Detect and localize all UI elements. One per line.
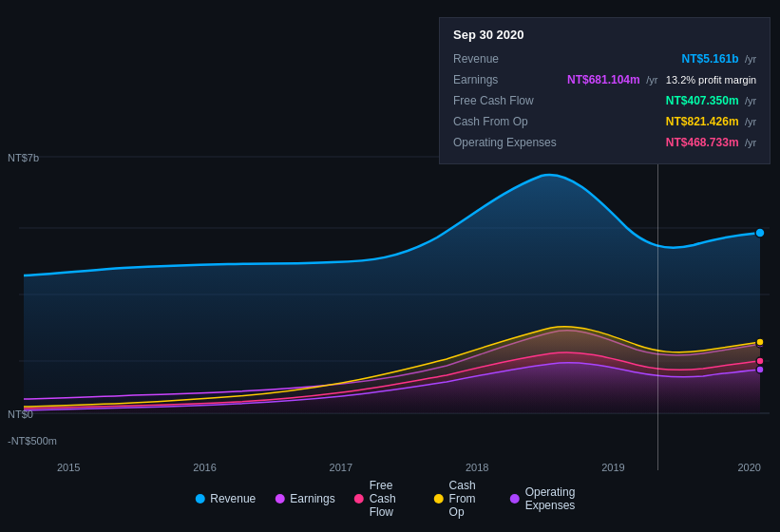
svg-point-9 <box>756 357 764 365</box>
y-label-zero: NT$0 <box>8 408 33 420</box>
legend-label-earnings: Earnings <box>290 492 334 505</box>
tooltip-row-earnings: Earnings NT$681.104m /yr 13.2% profit ma… <box>453 70 756 87</box>
legend-item-earnings[interactable]: Earnings <box>275 492 334 505</box>
legend-dot-revenue <box>195 494 204 504</box>
tooltip-value-earnings: NT$681.104m <box>567 73 640 86</box>
x-label-2016: 2016 <box>193 462 216 473</box>
x-label-2018: 2018 <box>466 462 488 473</box>
x-label-2017: 2017 <box>330 462 352 473</box>
tooltip-row-revenue: Revenue NT$5.161b /yr <box>453 49 756 66</box>
chart-container: NT$7b NT$0 -NT$500m 2015 2016 2017 2018 … <box>0 0 780 532</box>
legend-dot-opex <box>510 494 520 504</box>
y-label-neg: -NT$500m <box>8 435 57 446</box>
tooltip-label-cashop: Cash From Op <box>453 115 567 128</box>
legend-label-cashop: Cash From Op <box>449 479 491 519</box>
tooltip-row-cashop: Cash From Op NT$821.426m /yr <box>453 112 756 129</box>
x-axis: 2015 2016 2017 2018 2019 2020 <box>57 462 761 473</box>
tooltip-row-fcf: Free Cash Flow NT$407.350m /yr <box>453 91 756 108</box>
hover-line <box>657 152 658 470</box>
tooltip-profit-margin: 13.2% profit margin <box>666 74 756 86</box>
tooltip-title: Sep 30 2020 <box>453 28 756 42</box>
tooltip: Sep 30 2020 Revenue NT$5.161b /yr Earnin… <box>439 17 770 164</box>
legend-item-revenue[interactable]: Revenue <box>195 492 256 505</box>
legend-item-opex[interactable]: Operating Expenses <box>510 485 585 512</box>
legend-item-cashop[interactable]: Cash From Op <box>434 479 491 519</box>
tooltip-row-opex: Operating Expenses NT$468.733m /yr <box>453 133 756 150</box>
tooltip-unit-opex: /yr <box>745 137 756 148</box>
tooltip-label-fcf: Free Cash Flow <box>453 94 567 107</box>
svg-point-8 <box>756 338 764 346</box>
svg-point-10 <box>756 366 764 373</box>
y-label-top: NT$7b <box>8 152 39 163</box>
tooltip-unit-fcf: /yr <box>745 95 756 106</box>
tooltip-unit-cashop: /yr <box>745 116 756 127</box>
legend-dot-cashop <box>434 494 444 504</box>
tooltip-unit-revenue: /yr <box>745 53 756 65</box>
chart-legend: Revenue Earnings Free Cash Flow Cash Fro… <box>195 479 585 519</box>
tooltip-value-fcf: NT$407.350m <box>666 94 739 107</box>
x-label-2015: 2015 <box>57 462 80 473</box>
legend-label-fcf: Free Cash Flow <box>370 479 415 519</box>
tooltip-value-opex: NT$468.733m <box>666 136 739 149</box>
x-label-2019: 2019 <box>601 462 624 473</box>
x-label-2020: 2020 <box>737 462 760 473</box>
legend-dot-earnings <box>275 494 284 504</box>
legend-item-fcf[interactable]: Free Cash Flow <box>354 479 415 519</box>
tooltip-unit-earnings: /yr <box>646 74 657 86</box>
legend-dot-fcf <box>354 494 364 504</box>
tooltip-label-opex: Operating Expenses <box>453 136 567 149</box>
tooltip-value-revenue: NT$5.161b <box>682 52 739 66</box>
legend-label-revenue: Revenue <box>210 492 256 505</box>
legend-label-opex: Operating Expenses <box>525 485 585 512</box>
tooltip-label-earnings: Earnings <box>453 73 567 86</box>
svg-point-6 <box>755 228 765 238</box>
tooltip-value-cashop: NT$821.426m <box>666 115 739 128</box>
tooltip-label-revenue: Revenue <box>453 52 567 66</box>
